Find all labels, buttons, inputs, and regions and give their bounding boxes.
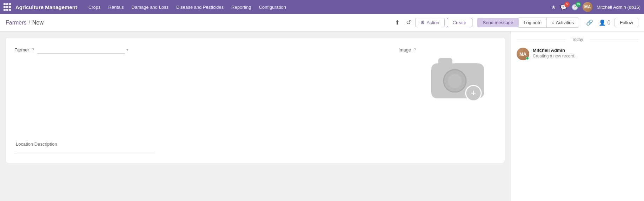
refresh-button[interactable]: ↺ <box>404 18 413 28</box>
breadcrumb-separator: / <box>29 20 30 26</box>
log-note-button[interactable]: Log note <box>519 18 547 28</box>
location-description-area <box>14 140 496 154</box>
clock-badge: 19 <box>576 2 581 7</box>
followers-count: 0 <box>608 20 611 26</box>
svg-point-3 <box>448 74 462 88</box>
upload-button[interactable]: ⬆ <box>393 18 402 28</box>
chatter-avatar-initials: MA <box>519 51 526 57</box>
navbar-left: Agriculture Management Crops Rentals Dam… <box>4 3 551 11</box>
chatter-today-label: Today <box>572 37 583 42</box>
camera-icon-container: + <box>426 49 489 105</box>
camera-svg: + <box>426 51 489 104</box>
farmer-input[interactable] <box>37 46 125 54</box>
navbar: Agriculture Management Crops Rentals Dam… <box>0 0 644 14</box>
menu-item-damage-loss[interactable]: Damage and Loss <box>128 3 172 11</box>
chatter-sidebar: Today MA Mitchell Admin Creating a new r… <box>511 32 644 201</box>
farmer-field: Farmer ? ▾ <box>14 46 128 54</box>
image-help-icon[interactable]: ? <box>414 47 416 52</box>
menu-item-disease-pesticides[interactable]: Disease and Pesticides <box>173 3 227 11</box>
action-label: Action <box>426 20 439 25</box>
image-label: Image <box>398 47 411 53</box>
form-row-farmer-image: Farmer ? ▾ Image ? <box>14 46 496 112</box>
chatter-message-text: Creating a new record... <box>533 54 638 58</box>
form-card: Farmer ? ▾ Image ? <box>6 37 505 163</box>
svg-rect-1 <box>438 58 452 65</box>
chatter-avatar: MA <box>517 48 529 60</box>
menu-item-rentals[interactable]: Rentals <box>105 3 127 11</box>
clock-icon[interactable]: 🕐 19 <box>571 4 578 11</box>
online-indicator <box>526 57 529 60</box>
menu-item-configuration[interactable]: Configuration <box>255 3 290 11</box>
chat-badge: 5 <box>564 2 570 7</box>
username[interactable]: Mitchell Admin (db16) <box>597 5 640 10</box>
navbar-right: ★ 💬 5 🕐 19 MA Mitchell Admin (db16) <box>551 2 640 12</box>
svg-text:+: + <box>471 88 476 98</box>
chatter-today-divider: Today <box>517 37 638 42</box>
followers-button[interactable]: 👤 0 <box>597 18 612 27</box>
chatter-message: MA Mitchell Admin Creating a new record.… <box>517 48 638 60</box>
send-message-button[interactable]: Send message <box>477 18 519 27</box>
app-name: Agriculture Management <box>15 4 77 10</box>
avatar[interactable]: MA <box>583 2 592 12</box>
chatter-username: Mitchell Admin <box>533 48 638 53</box>
farmer-label: Farmer <box>14 47 29 53</box>
breadcrumb-current: New <box>32 20 44 26</box>
actionbar-right: ⬆ ↺ ⚙ Action Create Send message Log not… <box>393 18 638 28</box>
refresh-icon: ↺ <box>406 19 411 26</box>
breadcrumb-parent[interactable]: Farmers <box>6 20 27 26</box>
image-upload-area[interactable]: + <box>419 42 496 112</box>
link-icon-button[interactable]: 🔗 <box>585 18 595 27</box>
action-button[interactable]: ⚙ Action <box>415 18 444 27</box>
navbar-menu: Crops Rentals Damage and Loss Disease an… <box>85 3 290 11</box>
chatter-message-content: Mitchell Admin Creating a new record... <box>533 48 638 58</box>
farmer-dropdown-arrow[interactable]: ▾ <box>126 48 128 52</box>
activities-label: Activities <box>556 20 574 25</box>
upload-icon: ⬆ <box>395 19 400 26</box>
form-area: Farmer ? ▾ Image ? <box>0 32 511 201</box>
activities-icon: ○ <box>552 20 555 25</box>
main-container: Farmer ? ▾ Image ? <box>0 32 644 201</box>
follow-button[interactable]: Follow <box>615 18 638 27</box>
menu-item-reporting[interactable]: Reporting <box>228 3 254 11</box>
farmer-help-icon[interactable]: ? <box>32 47 34 52</box>
activities-button[interactable]: ○ Activities <box>547 18 579 28</box>
location-description-input[interactable] <box>14 140 155 153</box>
gear-icon: ⚙ <box>420 20 425 25</box>
breadcrumb: Farmers / New <box>6 20 390 26</box>
right-icons: 🔗 👤 0 Follow <box>585 18 638 27</box>
chatter-buttons: Send message Log note ○ Activities <box>477 18 579 28</box>
avatar-image: MA <box>583 2 592 12</box>
actionbar: Farmers / New ⬆ ↺ ⚙ Action Create Send m… <box>0 14 644 32</box>
menu-item-crops[interactable]: Crops <box>85 3 104 11</box>
app-grid-icon[interactable] <box>4 3 11 11</box>
chat-icon[interactable]: 💬 5 <box>560 4 567 11</box>
star-icon[interactable]: ★ <box>551 4 556 11</box>
create-button[interactable]: Create <box>447 18 472 27</box>
